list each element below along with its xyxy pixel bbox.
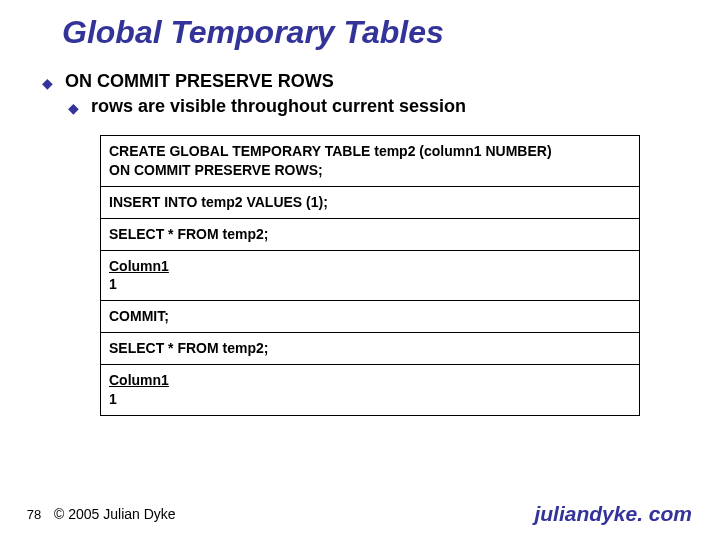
footer: 78 © 2005 Julian Dyke juliandyke. com bbox=[0, 502, 720, 526]
result-header-2: Column1 bbox=[109, 372, 169, 388]
diamond-icon: ◆ bbox=[68, 100, 79, 116]
result-2: Column1 1 bbox=[101, 365, 639, 415]
code-select-1: SELECT * FROM temp2; bbox=[101, 219, 639, 251]
footer-left: 78 © 2005 Julian Dyke bbox=[20, 506, 176, 522]
result-row-2: 1 bbox=[109, 391, 117, 407]
page-number: 78 bbox=[20, 507, 48, 522]
bullet-level1: ◆ ON COMMIT PRESERVE ROWS bbox=[42, 71, 720, 92]
site-url: juliandyke. com bbox=[534, 502, 692, 526]
code-create: CREATE GLOBAL TEMPORARY TABLE temp2 (col… bbox=[101, 136, 639, 187]
copyright-text: © 2005 Julian Dyke bbox=[54, 506, 176, 522]
code-commit: COMMIT; bbox=[101, 301, 639, 333]
bullet-text-1: ON COMMIT PRESERVE ROWS bbox=[65, 71, 334, 92]
code-box: CREATE GLOBAL TEMPORARY TABLE temp2 (col… bbox=[100, 135, 640, 416]
bullet-text-2: rows are visible throughout current sess… bbox=[91, 96, 466, 117]
bullet-level2: ◆ rows are visible throughout current se… bbox=[68, 96, 720, 117]
code-select-2: SELECT * FROM temp2; bbox=[101, 333, 639, 365]
result-header-1: Column1 bbox=[109, 258, 169, 274]
diamond-icon: ◆ bbox=[42, 75, 53, 91]
result-row-1: 1 bbox=[109, 276, 117, 292]
result-1: Column1 1 bbox=[101, 251, 639, 302]
code-insert: INSERT INTO temp2 VALUES (1); bbox=[101, 187, 639, 219]
slide-title: Global Temporary Tables bbox=[62, 14, 720, 51]
content-area: ◆ ON COMMIT PRESERVE ROWS ◆ rows are vis… bbox=[42, 71, 720, 117]
